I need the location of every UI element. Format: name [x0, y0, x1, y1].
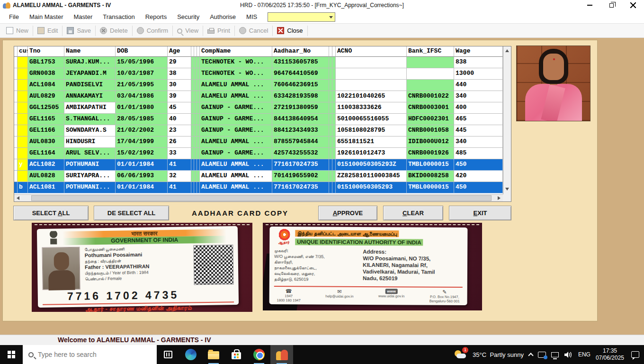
edit-icon	[37, 27, 45, 34]
menu-item-mis[interactable]: MIS	[241, 10, 262, 23]
chrome-icon	[253, 349, 265, 360]
cell-cus	[18, 148, 28, 159]
table-row[interactable]: GRN0038JEYAPANDI.M10/03/198738TECHNOTEK …	[14, 68, 511, 80]
menu-item-authorise[interactable]: Authorise	[205, 10, 241, 23]
exit-button[interactable]: EXIT	[449, 206, 511, 220]
table-row[interactable]: AUL0830HINDUSRI17/04/199926ALAMELU AMMAL…	[14, 136, 511, 148]
menu-item-master[interactable]: Master	[68, 10, 98, 23]
table-row[interactable]: GEL1166SOWNDARYA.S21/02/200223GAINUP - G…	[14, 125, 511, 136]
po-box-contact: ✎ P.O. Box No.1947, Bengaluru-560 001	[429, 289, 460, 303]
cell-cus	[18, 125, 28, 136]
toolbar-print-button[interactable]: Print	[203, 25, 234, 37]
weather-badge: 1	[462, 347, 468, 353]
tray-chevron-icon[interactable]	[528, 353, 533, 358]
display-cast-icon[interactable]	[538, 352, 546, 358]
table-row[interactable]: GGL12505AMBIKAPATHI01/01/198045GAINUP - …	[14, 102, 511, 114]
hrd-app-button[interactable]	[270, 345, 293, 364]
toolbar-confirm-button[interactable]: Confirm	[133, 25, 173, 37]
column-header-tno: Tno	[28, 46, 64, 57]
table-row[interactable]: yACL1082POTHUMANI01/01/198441ALAMELU AMM…	[14, 159, 511, 171]
toolbar-label: Edit	[47, 27, 58, 34]
phone-icon: ☎	[277, 288, 301, 294]
taskbar: 1 35°C Partly sunny ENG 17:35 07/06/2025	[0, 345, 644, 364]
task-view-button[interactable]	[157, 345, 179, 364]
toolbar-delete-button[interactable]: Delete	[96, 25, 132, 37]
weather-icon[interactable]: 1	[455, 348, 467, 361]
scroll-right-icon[interactable]	[498, 196, 501, 200]
cell-name: PANDISELVI	[64, 80, 116, 91]
cell-name: ANNAKAMAYI	[64, 91, 116, 102]
vertical-scrollbar[interactable]	[503, 46, 511, 194]
taskbar-clock[interactable]: 17:35 07/06/2025	[596, 347, 624, 362]
cell-wage: 445	[454, 125, 503, 136]
cell-acno: 110038333626	[336, 102, 407, 114]
cell-ifsc	[407, 68, 454, 80]
cancel-icon	[239, 27, 246, 34]
qr-code	[193, 245, 233, 285]
toolbar-label: Cancel	[249, 27, 268, 34]
cell-tno: ACL1084	[28, 80, 64, 91]
taskbar-search[interactable]	[23, 345, 157, 364]
cell-name: SURAJ.KUM...	[64, 57, 116, 68]
cell-cus	[18, 102, 28, 114]
close-window-button[interactable]	[622, 0, 644, 10]
menu-item-transaction[interactable]: Transaction	[98, 10, 140, 23]
scroll-down-icon[interactable]	[505, 188, 509, 191]
toolbar-new-button[interactable]: New	[2, 25, 33, 37]
scroll-left-icon[interactable]	[17, 196, 19, 200]
toolbar-edit-button[interactable]: Edit	[33, 25, 62, 37]
language-indicator[interactable]: ENG	[578, 351, 590, 358]
clear-button[interactable]: CLEAR	[383, 206, 443, 220]
de-select-all-button[interactable]: DE SELECT ALL	[94, 206, 169, 220]
store-icon	[232, 352, 241, 359]
horizontal-scroll-thumb[interactable]	[31, 195, 492, 201]
scroll-up-icon[interactable]	[505, 49, 509, 52]
save-icon	[67, 27, 74, 34]
grid-rows: GBL1753SURAJ.KUM...15/05/199629TECHNOTEK…	[14, 57, 511, 193]
network-icon[interactable]	[551, 352, 559, 357]
cell-dob: 15/05/1996	[116, 57, 168, 68]
cell-comp: TECHNOTEK - WO...	[200, 68, 272, 80]
menu-item-reports[interactable]: Reports	[140, 10, 172, 23]
menu-item-file[interactable]: File	[4, 10, 24, 23]
menu-item-security[interactable]: Security	[172, 10, 205, 23]
weather-text[interactable]: 35°C Partly sunny	[473, 351, 524, 358]
cell-ind	[14, 148, 18, 159]
search-input[interactable]	[38, 351, 142, 358]
select-all-button[interactable]: SELECT ALL	[13, 206, 89, 220]
table-row[interactable]: GEL1165S.THANGAL...28/05/198540GAINUP - …	[14, 114, 511, 125]
start-button[interactable]	[0, 345, 23, 364]
restore-button[interactable]	[600, 0, 622, 10]
cell-ind	[14, 171, 18, 182]
address-english-line: Nadu, 625019	[363, 275, 463, 282]
table-row[interactable]: bACL1081POTHUMANI...01/01/198441ALAMELU …	[14, 182, 511, 193]
horizontal-scrollbar[interactable]	[14, 194, 503, 201]
file-explorer-button[interactable]	[202, 345, 225, 364]
cell-dob: 21/02/2002	[116, 125, 168, 136]
minimize-button[interactable]	[579, 0, 600, 10]
notification-icon[interactable]	[631, 351, 639, 358]
edge-button[interactable]	[179, 345, 202, 364]
cell-ifsc: CNRB0001926	[407, 148, 454, 159]
toolbar-cancel-button[interactable]: Cancel	[235, 25, 272, 37]
toolbar-close-button[interactable]: Close	[273, 25, 307, 37]
table-row[interactable]: GEL1164ARUL SELV...15/02/199233GAINUP - …	[14, 148, 511, 159]
table-row[interactable]: GBL1753SURAJ.KUM...15/05/199629TECHNOTEK…	[14, 57, 511, 68]
chrome-button[interactable]	[248, 345, 270, 364]
folder-icon	[208, 351, 219, 359]
approve-button[interactable]: APPROVE	[318, 206, 377, 220]
menubar-combobox[interactable]	[268, 12, 335, 22]
toolbar-view-button[interactable]: View	[173, 25, 203, 37]
toolbar-save-button[interactable]: Save	[63, 25, 95, 37]
cell-n5	[332, 114, 336, 125]
table-row[interactable]: AUL0828SURIYAPRA...06/06/199332ALAMELU A…	[14, 171, 511, 182]
table-row[interactable]: ACL1084PANDISELVI21/05/199530ALAMELU AMM…	[14, 80, 511, 91]
speaker-icon[interactable]	[564, 351, 573, 358]
table-row[interactable]: AUL0829ANNAKAMAYI03/04/198639ALAMELU AMM…	[14, 91, 511, 102]
edge-icon	[185, 349, 197, 360]
store-button[interactable]	[225, 345, 248, 364]
menu-item-main-master[interactable]: Main Master	[24, 10, 69, 23]
cell-n5	[332, 159, 336, 171]
cell-age: 39	[168, 91, 191, 102]
cell-aadhaar: 272191380959	[272, 102, 329, 114]
